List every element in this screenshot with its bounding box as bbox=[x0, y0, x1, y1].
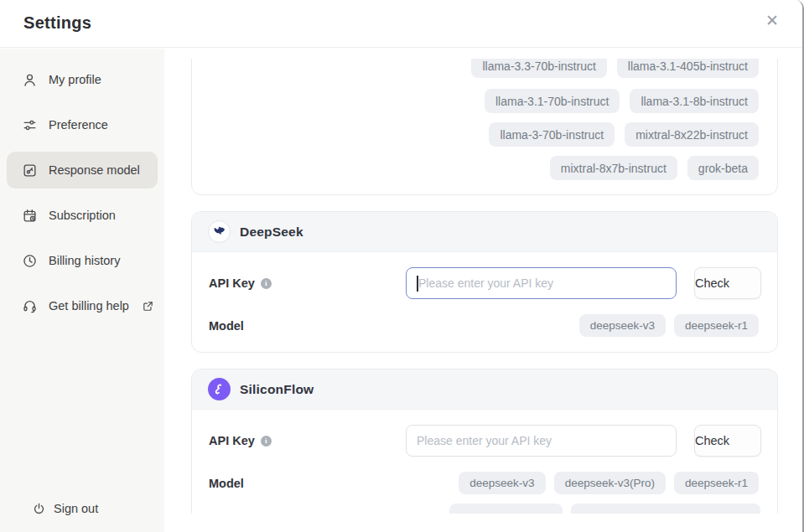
deepseek-check-button[interactable]: Check bbox=[694, 267, 761, 299]
model-chip-row-partial bbox=[449, 504, 760, 514]
model-chip[interactable]: deepseek-v3 bbox=[579, 314, 666, 337]
user-icon bbox=[22, 72, 38, 88]
provider-name: SiliconFlow bbox=[240, 382, 314, 397]
api-key-label: API Key i bbox=[209, 267, 272, 299]
model-chip[interactable]: llama-3-70b-instruct bbox=[489, 122, 615, 147]
provider-card-header: DeepSeek bbox=[192, 212, 777, 252]
model-chip[interactable]: grok-beta bbox=[687, 156, 759, 180]
page-title: Settings bbox=[23, 13, 91, 33]
info-icon[interactable]: i bbox=[261, 278, 272, 289]
sidebar-item-label: Response model bbox=[49, 163, 140, 177]
model-chip-row: mixtral-8x7b-instruct grok-beta bbox=[550, 156, 759, 180]
model-label-text: Model bbox=[209, 477, 244, 490]
response-model-panel: llama-3.3-70b-instruct llama-3.1-405b-in… bbox=[164, 48, 802, 532]
api-key-label-text: API Key bbox=[209, 434, 255, 447]
provider-name: DeepSeek bbox=[240, 225, 303, 240]
sign-out-label: Sign out bbox=[54, 502, 98, 515]
clock-icon bbox=[22, 253, 38, 269]
sidebar-item-label: Get billing help bbox=[49, 299, 129, 312]
sidebar-item-subscription[interactable]: Subscription bbox=[7, 197, 158, 234]
model-chip[interactable] bbox=[449, 504, 563, 514]
model-chip[interactable]: llama-3.1-70b-instruct bbox=[485, 89, 620, 113]
provider-card-partial: llama-3.3-70b-instruct llama-3.1-405b-in… bbox=[191, 59, 778, 195]
text-cursor bbox=[417, 276, 418, 292]
model-chip[interactable]: llama-3.1-8b-instruct bbox=[630, 89, 759, 113]
provider-card-header: SiliconFlow bbox=[192, 369, 777, 410]
model-chip-row: llama-3-70b-instruct mixtral-8x22b-instr… bbox=[489, 122, 759, 147]
model-chip[interactable]: mixtral-8x7b-instruct bbox=[550, 156, 677, 180]
sidebar-item-label: Subscription bbox=[49, 209, 116, 222]
close-icon[interactable]: ✕ bbox=[762, 10, 782, 30]
sidebar-item-preference[interactable]: Preference bbox=[7, 106, 158, 143]
settings-dialog: Settings ✕ My profile Preference bbox=[0, 0, 804, 532]
deepseek-logo-icon bbox=[208, 220, 231, 243]
sign-out-button[interactable]: Sign out bbox=[32, 497, 98, 520]
api-key-label-text: API Key bbox=[209, 276, 255, 290]
headset-icon bbox=[22, 298, 38, 314]
model-chip-row: llama-3.3-70b-instruct llama-3.1-405b-in… bbox=[471, 59, 759, 78]
model-chip[interactable]: deepseek-v3 bbox=[459, 472, 545, 494]
sidebar-item-label: My profile bbox=[49, 73, 101, 86]
model-chip[interactable] bbox=[571, 504, 760, 514]
model-label: Model bbox=[209, 472, 244, 494]
sidebar-item-billing-history[interactable]: Billing history bbox=[7, 242, 158, 279]
info-icon[interactable]: i bbox=[261, 436, 272, 447]
dialog-header: Settings ✕ bbox=[0, 0, 802, 48]
sidebar-item-my-profile[interactable]: My profile bbox=[7, 61, 158, 98]
sliders-icon bbox=[22, 117, 38, 133]
siliconflow-check-button[interactable]: Check bbox=[694, 425, 761, 457]
provider-card-deepseek: DeepSeek API Key i Check Model deepseek-… bbox=[191, 211, 778, 353]
sidebar-item-response-model[interactable]: Response model bbox=[7, 152, 158, 189]
sidebar-item-label: Preference bbox=[49, 118, 108, 132]
model-chip-row: llama-3.1-70b-instruct llama-3.1-8b-inst… bbox=[485, 89, 759, 113]
api-key-label: API Key i bbox=[209, 425, 272, 457]
model-chip[interactable]: deepseek-v3(Pro) bbox=[554, 472, 666, 494]
provider-card-siliconflow: SiliconFlow API Key i Check Model deepse… bbox=[191, 369, 778, 514]
model-chip[interactable]: deepseek-r1 bbox=[674, 472, 759, 494]
deepseek-api-key-input[interactable] bbox=[406, 267, 677, 299]
key-square-icon bbox=[22, 163, 38, 178]
model-chip[interactable]: llama-3.3-70b-instruct bbox=[471, 59, 606, 78]
settings-sidebar: My profile Preference Response model bbox=[0, 49, 164, 532]
model-label-text: Model bbox=[209, 319, 244, 333]
siliconflow-api-key-input[interactable] bbox=[406, 425, 677, 457]
model-chip[interactable]: deepseek-r1 bbox=[674, 314, 759, 337]
external-link-icon bbox=[142, 300, 154, 312]
model-label: Model bbox=[209, 314, 244, 337]
siliconflow-logo-icon bbox=[208, 378, 231, 400]
sidebar-item-label: Billing history bbox=[49, 254, 120, 267]
sidebar-item-get-billing-help[interactable]: Get billing help bbox=[7, 287, 158, 324]
provider-cards-scroll-area[interactable]: llama-3.3-70b-instruct llama-3.1-405b-in… bbox=[164, 59, 802, 514]
power-icon bbox=[32, 502, 46, 516]
calendar-clock-icon bbox=[22, 208, 38, 224]
model-chip-row: deepseek-v3 deepseek-v3(Pro) deepseek-r1 bbox=[459, 472, 759, 494]
model-chip[interactable]: llama-3.1-405b-instruct bbox=[617, 59, 759, 78]
model-chip[interactable]: mixtral-8x22b-instruct bbox=[625, 122, 759, 147]
model-chip-row: deepseek-v3 deepseek-r1 bbox=[579, 314, 759, 337]
